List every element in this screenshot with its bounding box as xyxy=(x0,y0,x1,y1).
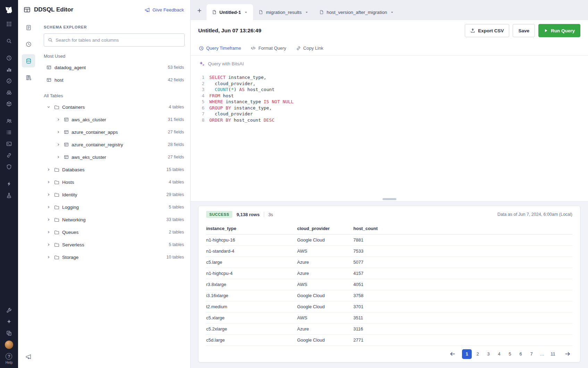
node-count: 27 fields xyxy=(168,130,185,134)
cell: Azure xyxy=(297,271,353,276)
org-icon[interactable] xyxy=(3,115,15,126)
tab-untitled-1[interactable]: Untitled-1 xyxy=(207,4,253,20)
search-icon[interactable] xyxy=(3,35,15,47)
notebook-icon[interactable] xyxy=(22,21,35,34)
chevron-right-icon[interactable] xyxy=(56,129,61,135)
chevron-right-icon[interactable] xyxy=(56,154,61,160)
table-row-n1-highcpu-16[interactable]: n1-highcpu-16Google Cloud7881 xyxy=(206,235,572,246)
link-icon[interactable] xyxy=(3,149,15,161)
labs-icon[interactable] xyxy=(3,189,15,201)
prev-page-button[interactable] xyxy=(447,349,458,359)
apps-grid-icon[interactable] xyxy=(3,18,15,30)
page-11[interactable]: 11 xyxy=(548,349,558,359)
tab-host-version-after-migration[interactable]: host_version_after_migration xyxy=(314,4,399,20)
table-row-n1-highcpu-4[interactable]: n1-highcpu-4Azure4157 xyxy=(206,268,572,279)
page-1[interactable]: 1 xyxy=(462,349,472,359)
export-csv-button[interactable]: Export CSV xyxy=(465,24,509,37)
help-button[interactable]: ? Help xyxy=(6,353,13,365)
folder-row-databases[interactable]: Databases15 tables xyxy=(42,163,185,176)
history-icon[interactable] xyxy=(3,52,15,64)
page-7[interactable]: 7 xyxy=(527,349,536,359)
column-header[interactable]: cloud_provider xyxy=(297,226,353,231)
schema-explorer-icon[interactable] xyxy=(22,54,35,67)
chevron-right-icon[interactable] xyxy=(46,242,51,247)
apm-icon[interactable] xyxy=(3,138,15,149)
chevron-down-icon[interactable] xyxy=(244,11,247,14)
library-icon[interactable] xyxy=(22,71,35,84)
feedback-megaphone-icon[interactable] xyxy=(22,350,35,363)
chevron-right-icon[interactable] xyxy=(46,167,51,172)
table-row-r3-8xlarge[interactable]: r3.8xlargeAWS4051 xyxy=(206,279,572,290)
page-3[interactable]: 3 xyxy=(484,349,493,359)
table-row-c5-xlarge[interactable]: c5.xlargeAWS3511 xyxy=(206,312,572,324)
chevron-right-icon[interactable] xyxy=(46,217,51,222)
cell: 3116 xyxy=(353,326,572,332)
query-with-bitsai-button[interactable]: Query with BitsAI xyxy=(191,56,588,72)
chevron-right-icon[interactable] xyxy=(46,229,51,235)
chevron-right-icon[interactable] xyxy=(46,204,51,210)
folder-row-hosts[interactable]: Hosts4 tables xyxy=(42,176,185,188)
table-row-c5-2xlarge[interactable]: c5.2xlargeAzure3116 xyxy=(206,324,572,335)
most-used-item-datadog-agent[interactable]: datadog_agent53 fields xyxy=(42,61,185,74)
folder-row-networking[interactable]: Networking33 tables xyxy=(42,213,185,226)
integrations-icon[interactable] xyxy=(3,98,15,109)
metrics-icon[interactable] xyxy=(3,64,15,75)
table-row-c5-large[interactable]: c5.largeAzure5077 xyxy=(206,257,572,268)
chevron-down-icon[interactable] xyxy=(305,11,308,14)
folder-row-logging[interactable]: Logging5 tables xyxy=(42,201,185,213)
table-row-azure-container-registry[interactable]: azure_container_registry28 fields xyxy=(42,138,185,151)
folder-row-serverless[interactable]: Serverless5 tables xyxy=(42,238,185,251)
folder-row-containers[interactable]: Containers4 tables xyxy=(42,101,185,113)
chevron-down-icon[interactable] xyxy=(390,11,394,14)
chevron-right-icon[interactable] xyxy=(46,254,51,260)
page-2[interactable]: 2 xyxy=(473,349,482,359)
page-4[interactable]: 4 xyxy=(494,349,504,359)
monitors-icon[interactable] xyxy=(3,75,15,87)
column-header[interactable]: instance_type xyxy=(206,226,297,231)
most-used-item-host[interactable]: host42 fields xyxy=(42,74,185,86)
table-row-i3-16xlarge[interactable]: i3.16xlargeGoogle Cloud3758 xyxy=(206,290,572,301)
recent-queries-icon[interactable] xyxy=(22,38,35,51)
settings-icon[interactable] xyxy=(3,304,15,316)
table-row-t2-medium[interactable]: t2.mediumGoogle Cloud3701 xyxy=(206,301,572,312)
user-avatar[interactable] xyxy=(3,339,15,350)
row-count: 9,138 rows xyxy=(236,212,260,217)
tab-migration-results[interactable]: migration_results xyxy=(253,4,314,20)
events-icon[interactable] xyxy=(3,178,15,189)
format-query-button[interactable]: Format Query xyxy=(251,46,286,51)
security-icon[interactable] xyxy=(3,161,15,172)
resize-handle[interactable] xyxy=(383,198,396,200)
table-row-c5d-large[interactable]: c5d.largeGoogle Cloud2771 xyxy=(206,335,572,346)
folder-row-queues[interactable]: Queues2 tables xyxy=(42,226,185,238)
chevron-down-icon[interactable] xyxy=(46,104,51,110)
folder-row-identity[interactable]: Identity29 tables xyxy=(42,188,185,201)
frames-icon[interactable] xyxy=(3,327,15,339)
chevron-right-icon[interactable] xyxy=(56,142,61,147)
table-row-azure-container-apps[interactable]: azure_container_apps27 fields xyxy=(42,126,185,138)
copy-link-button[interactable]: Copy Link xyxy=(296,46,324,51)
run-query-button[interactable]: Run Query xyxy=(538,24,580,37)
chevron-right-icon[interactable] xyxy=(46,192,51,197)
table-row-aws-eks-cluster[interactable]: aws_eks_cluster27 fields xyxy=(42,151,185,163)
table-row-n1-standard-4[interactable]: n1-standard-4AWS7533 xyxy=(206,246,572,257)
save-button[interactable]: Save xyxy=(513,24,535,37)
page-6[interactable]: 6 xyxy=(516,349,526,359)
next-page-button[interactable] xyxy=(562,349,572,359)
page-5[interactable]: 5 xyxy=(505,349,515,359)
column-header[interactable]: host_count xyxy=(353,226,572,231)
table-row-aws-aks-cluster[interactable]: aws_aks_cluster31 fields xyxy=(42,113,185,126)
folder-row-storage[interactable]: Storage10 tables xyxy=(42,251,185,263)
chevron-right-icon[interactable] xyxy=(46,179,51,185)
chevron-right-icon[interactable] xyxy=(56,117,61,122)
schema-search[interactable] xyxy=(44,33,185,47)
logs-icon[interactable] xyxy=(3,126,15,138)
datadog-logo[interactable] xyxy=(3,3,15,17)
sql-editor[interactable]: 12345678 SELECT instance_type, cloud_pro… xyxy=(191,72,588,197)
cell: Google Cloud xyxy=(297,337,353,343)
give-feedback-link[interactable]: Give Feedback xyxy=(145,7,184,13)
query-timeframe-button[interactable]: Query Timeframe xyxy=(199,46,241,51)
bitsai-rail-icon[interactable] xyxy=(3,316,15,327)
new-tab-button[interactable] xyxy=(193,5,205,16)
watchdog-icon[interactable] xyxy=(3,87,15,98)
search-input[interactable] xyxy=(56,38,180,43)
